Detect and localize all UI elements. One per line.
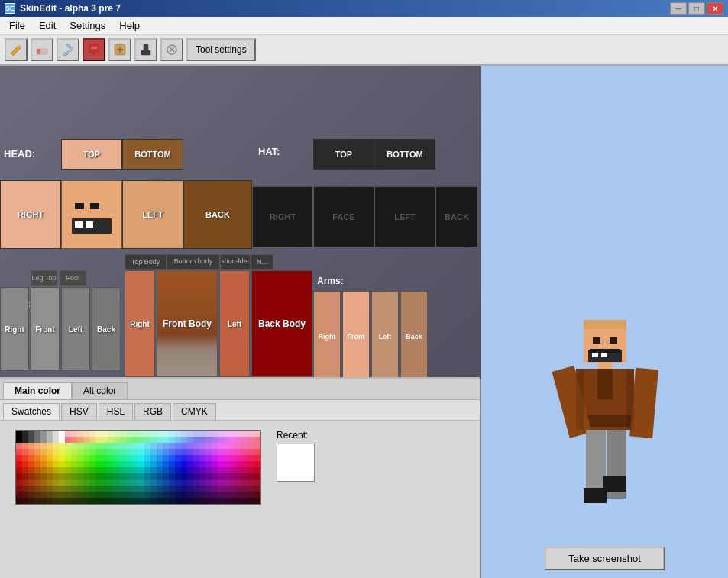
- color-cell[interactable]: [71, 461, 77, 467]
- color-cell[interactable]: [126, 467, 132, 473]
- color-cell[interactable]: [114, 431, 120, 437]
- color-cell[interactable]: [187, 461, 193, 467]
- color-cell[interactable]: [22, 449, 28, 455]
- color-cell[interactable]: [16, 449, 22, 455]
- color-cell[interactable]: [248, 437, 254, 443]
- color-cell[interactable]: [120, 492, 126, 498]
- color-cell[interactable]: [95, 480, 102, 486]
- color-cell[interactable]: [169, 467, 175, 473]
- color-cell[interactable]: [34, 498, 40, 504]
- color-cell[interactable]: [126, 480, 132, 486]
- color-cell[interactable]: [34, 461, 40, 467]
- color-cell[interactable]: [218, 486, 224, 492]
- recent-cell[interactable]: [283, 457, 290, 463]
- color-cell[interactable]: [150, 455, 157, 461]
- color-cell[interactable]: [218, 443, 224, 449]
- head-right-section[interactable]: RIGHT: [0, 180, 61, 249]
- color-cell[interactable]: [34, 455, 40, 461]
- cmyk-subtab[interactable]: CMYK: [173, 403, 216, 420]
- color-cell[interactable]: [16, 492, 22, 498]
- color-cell[interactable]: [83, 437, 89, 443]
- color-cell[interactable]: [163, 449, 169, 455]
- color-cell[interactable]: [77, 473, 83, 480]
- color-cell[interactable]: [65, 449, 71, 455]
- color-cell[interactable]: [40, 498, 47, 504]
- color-cell[interactable]: [199, 443, 205, 449]
- color-cell[interactable]: [144, 455, 150, 461]
- color-cell[interactable]: [230, 467, 236, 473]
- color-cell[interactable]: [144, 473, 150, 480]
- color-cell[interactable]: [120, 443, 126, 449]
- color-cell[interactable]: [150, 473, 157, 480]
- recent-cell[interactable]: [277, 463, 283, 469]
- color-cell[interactable]: [83, 443, 89, 449]
- color-cell[interactable]: [53, 437, 59, 443]
- color-cell[interactable]: [83, 431, 89, 437]
- color-cell[interactable]: [114, 455, 120, 461]
- color-cell[interactable]: [242, 443, 248, 449]
- color-cell[interactable]: [212, 492, 218, 498]
- recent-cell[interactable]: [308, 475, 314, 481]
- color-cell[interactable]: [224, 449, 230, 455]
- color-cell[interactable]: [181, 480, 187, 486]
- color-cell[interactable]: [144, 431, 150, 437]
- color-cell[interactable]: [28, 498, 34, 504]
- color-cell[interactable]: [169, 498, 175, 504]
- color-cell[interactable]: [199, 437, 205, 443]
- color-cell[interactable]: [95, 461, 102, 467]
- color-cell[interactable]: [108, 437, 114, 443]
- color-cell[interactable]: [77, 480, 83, 486]
- arm-front-section[interactable]: Front: [342, 291, 370, 383]
- color-cell[interactable]: [175, 443, 181, 449]
- color-cell[interactable]: [230, 443, 236, 449]
- color-cell[interactable]: [120, 449, 126, 455]
- color-cell[interactable]: [40, 461, 47, 467]
- color-cell[interactable]: [193, 443, 199, 449]
- color-cell[interactable]: [169, 431, 175, 437]
- color-cell[interactable]: [83, 480, 89, 486]
- color-cell[interactable]: [22, 492, 28, 498]
- color-cell[interactable]: [16, 473, 22, 480]
- color-cell[interactable]: [71, 473, 77, 480]
- color-cell[interactable]: [95, 431, 102, 437]
- color-cell[interactable]: [114, 498, 120, 504]
- color-cell[interactable]: [150, 492, 157, 498]
- arm-back-section[interactable]: Back: [400, 291, 428, 383]
- color-cell[interactable]: [224, 486, 230, 492]
- recent-cell[interactable]: [296, 457, 302, 463]
- color-cell[interactable]: [224, 461, 230, 467]
- color-cell[interactable]: [59, 461, 65, 467]
- color-cell[interactable]: [242, 455, 248, 461]
- color-cell[interactable]: [114, 443, 120, 449]
- skin-map[interactable]: HEAD: TOP BOTTOM HAT: TOP BOTTOM RIGHT: [0, 66, 481, 379]
- hat-back-section[interactable]: BACK: [435, 186, 478, 247]
- color-cell[interactable]: [47, 480, 53, 486]
- color-cell[interactable]: [71, 498, 77, 504]
- color-cell[interactable]: [199, 455, 205, 461]
- color-cell[interactable]: [77, 486, 83, 492]
- color-cell[interactable]: [236, 449, 242, 455]
- color-cell[interactable]: [193, 492, 199, 498]
- recent-cell[interactable]: [308, 450, 314, 457]
- color-cell[interactable]: [157, 486, 163, 492]
- color-cell[interactable]: [163, 461, 169, 467]
- color-cell[interactable]: [34, 443, 40, 449]
- color-cell[interactable]: [157, 443, 163, 449]
- color-cell[interactable]: [114, 492, 120, 498]
- color-cell[interactable]: [71, 467, 77, 473]
- color-cell[interactable]: [132, 498, 138, 504]
- color-cell[interactable]: [120, 467, 126, 473]
- color-cell[interactable]: [102, 467, 108, 473]
- color-cell[interactable]: [83, 492, 89, 498]
- color-cell[interactable]: [89, 480, 95, 486]
- color-cell[interactable]: [34, 486, 40, 492]
- color-cell[interactable]: [187, 443, 193, 449]
- recent-cell[interactable]: [308, 469, 314, 475]
- color-cell[interactable]: [169, 461, 175, 467]
- color-cell[interactable]: [95, 449, 102, 455]
- color-cell[interactable]: [163, 492, 169, 498]
- color-cell[interactable]: [71, 492, 77, 498]
- recent-cell[interactable]: [277, 444, 283, 450]
- color-cell[interactable]: [16, 480, 22, 486]
- color-cell[interactable]: [199, 480, 205, 486]
